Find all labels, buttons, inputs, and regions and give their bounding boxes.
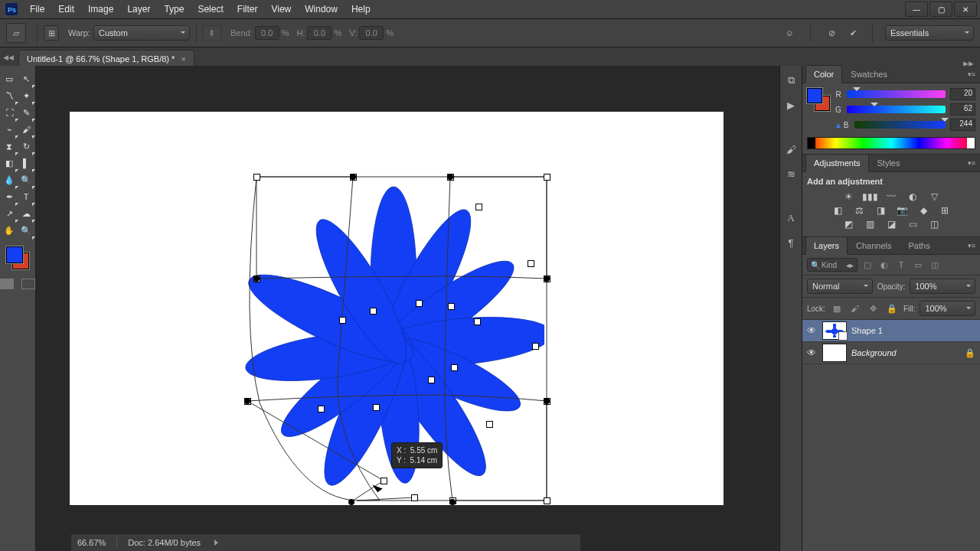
canvas[interactable]: X : 5.55 cm Y : 5.14 cm: [70, 112, 724, 505]
filter-type-icon[interactable]: T: [894, 259, 908, 271]
menu-type[interactable]: Type: [157, 0, 191, 18]
menu-window[interactable]: Window: [298, 0, 345, 18]
layer-thumbnail[interactable]: [822, 344, 847, 362]
stamp-tool-icon[interactable]: ⧗: [1, 138, 18, 155]
fg-swatch[interactable]: [807, 88, 822, 103]
warp-knob[interactable]: [348, 499, 354, 505]
warp-handle[interactable]: [544, 174, 550, 181]
color-swatch-pair[interactable]: [807, 88, 830, 111]
photo-filter-icon[interactable]: 📷: [895, 204, 909, 217]
warp-handle[interactable]: [528, 260, 534, 267]
warp-handle[interactable]: [370, 308, 377, 315]
lock-pixels-icon[interactable]: 🖌: [848, 302, 862, 315]
close-button[interactable]: ✕: [954, 2, 977, 17]
bw-icon[interactable]: ◨: [874, 204, 887, 217]
history-panel-icon[interactable]: ⧉: [784, 73, 798, 87]
lock-all-icon[interactable]: 🔒: [885, 302, 899, 315]
panel-menu-icon[interactable]: ▾≡: [968, 70, 975, 78]
warp-handle[interactable]: [451, 364, 458, 371]
lock-transparent-icon[interactable]: ▩: [830, 302, 844, 315]
warp-handle[interactable]: [448, 303, 455, 310]
crop-tool-icon[interactable]: ⛶: [1, 104, 18, 121]
v-value[interactable]: 0.0: [359, 26, 384, 40]
brush-tool-icon[interactable]: 🖌: [18, 121, 34, 138]
blend-mode-dropdown[interactable]: Normal: [807, 279, 873, 294]
lasso-tool-icon[interactable]: 〽: [1, 87, 18, 104]
visibility-icon[interactable]: 👁: [807, 325, 818, 336]
b-value[interactable]: 244: [950, 119, 975, 131]
menu-edit[interactable]: Edit: [51, 0, 81, 18]
color-tab[interactable]: Color: [805, 65, 842, 83]
quickmask-mode-icon[interactable]: [21, 279, 35, 289]
hue-icon[interactable]: ◧: [831, 204, 844, 217]
channel-mixer-icon[interactable]: ◆: [916, 204, 930, 217]
warp-orientation-icon[interactable]: ⬍: [203, 25, 221, 41]
zoom-readout[interactable]: 66.67%: [77, 538, 106, 547]
magic-wand-tool-icon[interactable]: ✦: [18, 87, 34, 104]
layer-filter-kind[interactable]: 🔍 Kind ◂▸: [807, 258, 858, 272]
posterize-icon[interactable]: ▥: [863, 218, 877, 230]
opacity-input[interactable]: 100%: [910, 279, 975, 294]
color-balance-icon[interactable]: ⚖: [852, 204, 866, 217]
layer-background[interactable]: 👁 Background 🔒: [802, 342, 980, 364]
warp-handle[interactable]: [411, 494, 418, 501]
warp-knob[interactable]: [350, 174, 356, 180]
cancel-transform-icon[interactable]: ⊘: [825, 26, 838, 40]
warp-handle[interactable]: [474, 318, 481, 325]
warp-handle[interactable]: [486, 421, 493, 428]
standard-mode-icon[interactable]: [0, 279, 14, 289]
warp-handle[interactable]: [532, 343, 539, 350]
minimize-button[interactable]: —: [905, 2, 928, 17]
collapse-toolbox-icon[interactable]: ◀◀: [3, 52, 14, 63]
warp-knob[interactable]: [244, 398, 250, 404]
free-transform-toggle-icon[interactable]: ☺: [782, 26, 796, 40]
warp-handle[interactable]: [416, 300, 423, 307]
clone-panel-icon[interactable]: ≋: [784, 167, 798, 181]
brightness-icon[interactable]: ☀: [841, 191, 855, 203]
path-select-tool-icon[interactable]: ↗: [1, 205, 18, 222]
filter-shape-icon[interactable]: ▭: [911, 259, 925, 271]
warp-handle[interactable]: [253, 174, 260, 181]
warp-knob[interactable]: [544, 398, 550, 404]
paragraph-panel-icon[interactable]: ¶: [784, 236, 798, 249]
warp-handle[interactable]: [339, 317, 346, 324]
shape-tool-icon[interactable]: ☁: [18, 205, 34, 222]
blur-tool-icon[interactable]: 💧: [1, 171, 18, 188]
menu-layer[interactable]: Layer: [120, 0, 157, 18]
maximize-button[interactable]: ▢: [929, 2, 952, 17]
dodge-tool-icon[interactable]: 🔍: [18, 171, 34, 188]
gradient-tool-icon[interactable]: ▌: [18, 155, 34, 171]
warp-preset-dropdown[interactable]: Custom: [93, 25, 190, 41]
warp-knob[interactable]: [449, 499, 456, 505]
invert-icon[interactable]: ◩: [841, 218, 855, 230]
warp-knob[interactable]: [253, 276, 260, 282]
color-swatch[interactable]: [5, 245, 31, 271]
panel-menu-icon[interactable]: ▾≡: [968, 242, 975, 249]
r-slider[interactable]: [847, 90, 946, 98]
menu-view[interactable]: View: [264, 0, 298, 18]
menu-select[interactable]: Select: [191, 0, 230, 18]
actions-panel-icon[interactable]: ▶: [784, 98, 798, 112]
filter-adjust-icon[interactable]: ◐: [877, 259, 891, 271]
marquee-tool-icon[interactable]: ▭: [1, 70, 18, 87]
gradient-map-icon[interactable]: ▭: [906, 218, 920, 230]
spectrum-ramp[interactable]: [807, 137, 975, 149]
warp-knob[interactable]: [544, 276, 550, 282]
history-brush-tool-icon[interactable]: ↻: [18, 138, 34, 155]
brush-panel-icon[interactable]: 🖌: [784, 142, 798, 156]
warp-knob[interactable]: [447, 174, 453, 180]
layer-shape-1[interactable]: 👁 Shape 1: [802, 320, 980, 342]
exposure-icon[interactable]: ◐: [906, 191, 920, 203]
h-value[interactable]: 0.0: [307, 26, 332, 40]
bend-value[interactable]: 0.0: [255, 26, 279, 40]
threshold-icon[interactable]: ◪: [884, 218, 898, 230]
selective-color-icon[interactable]: ◫: [927, 218, 941, 230]
warp-handle[interactable]: [318, 406, 325, 412]
transform-icon[interactable]: ▱: [6, 23, 26, 43]
warp-handle[interactable]: [544, 497, 550, 504]
filter-pixel-icon[interactable]: ▢: [861, 259, 874, 271]
warp-handle[interactable]: [475, 204, 482, 210]
character-panel-icon[interactable]: A: [784, 211, 798, 225]
document-tab[interactable]: Untitled-1 @ 66.7% (Shape 1, RGB/8) * ×: [18, 50, 194, 67]
fill-input[interactable]: 100%: [920, 301, 975, 316]
